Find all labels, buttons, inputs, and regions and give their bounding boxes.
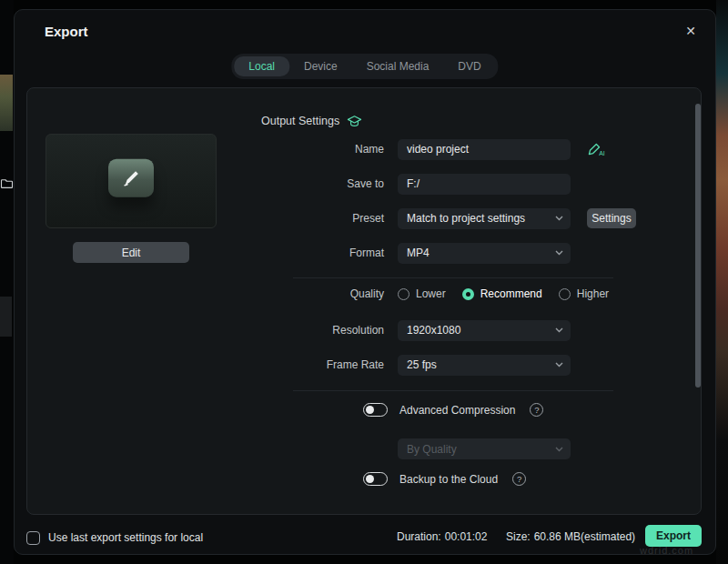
frame-rate-label: Frame Rate [27,358,384,371]
advanced-compression-toggle[interactable] [363,403,388,417]
tab-social-media[interactable]: Social Media [352,56,444,76]
export-button[interactable]: Export [645,525,702,547]
checkbox-icon[interactable] [26,531,40,545]
output-settings-heading: Output Settings [261,114,362,128]
radio-icon [462,288,474,300]
duration-stat: Duration: 00:01:02 [397,530,487,545]
background-app-right-edge [716,0,728,564]
compression-mode-value: By Quality [407,443,457,456]
duration-label: Duration: [397,530,441,545]
format-dropdown[interactable]: MP4 [398,243,571,264]
preset-dropdown[interactable]: Match to project settings [398,208,571,229]
export-target-tabs: Local Device Social Media DVD [231,54,498,79]
chevron-down-icon [555,216,563,221]
preset-settings-button[interactable]: Settings [587,208,636,228]
resolution-value: 1920x1080 [407,324,460,337]
graduation-cap-icon[interactable] [347,115,362,128]
name-label: Name [27,143,384,156]
divider [293,277,613,278]
background-thumbnail [0,75,13,131]
name-input[interactable] [398,139,571,160]
format-row: Format MP4 [27,242,703,264]
chevron-down-icon [555,250,563,256]
close-icon[interactable]: ✕ [681,21,701,41]
quality-radio-higher[interactable]: Higher [559,287,609,300]
name-row: Name AI [27,138,703,160]
chevron-down-icon [555,362,563,368]
quality-label: Quality [27,287,384,300]
output-settings-label: Output Settings [261,115,339,127]
quality-radio-lower[interactable]: Lower [398,287,446,300]
chevron-down-icon [555,327,563,333]
radio-icon [559,288,571,300]
screen: Export ✕ Local Device Social Media DVD E… [0,0,728,564]
export-dialog: Export ✕ Local Device Social Media DVD E… [14,9,716,555]
dialog-title: Export [45,24,88,39]
compression-mode-dropdown[interactable]: By Quality [398,438,571,459]
size-label: Size: [506,530,531,545]
question-icon[interactable]: ? [512,472,526,486]
toggle-knob [366,475,374,483]
tab-dvd[interactable]: DVD [443,56,495,76]
resolution-label: Resolution [27,324,384,337]
quality-row: Quality Lower Recommend Higher [27,283,703,305]
scrollbar-thumb[interactable] [695,104,701,388]
size-value: 60.86 MB(estimated) [534,530,635,545]
frame-rate-row: Frame Rate 25 fps [27,354,703,376]
duration-value: 00:01:02 [445,530,488,545]
resolution-row: Resolution 1920x1080 [27,319,703,341]
format-label: Format [27,247,384,259]
backup-cloud-row: Backup to the Cloud ? [363,472,526,486]
tab-local[interactable]: Local [234,56,289,76]
preset-value: Match to project settings [407,212,525,225]
size-stat: Size: 60.86 MB(estimated) [506,530,635,545]
chevron-down-icon [555,447,563,452]
background-app-left-edge [0,0,14,564]
backup-cloud-toggle[interactable] [363,472,388,486]
ai-rename-icon[interactable]: AI [586,142,605,157]
save-to-input[interactable] [398,174,571,195]
backup-cloud-label: Backup to the Cloud [399,473,498,486]
radio-icon [398,288,410,300]
format-value: MP4 [407,247,430,259]
background-thumbnail [0,297,12,337]
svg-text:AI: AI [599,150,605,156]
tab-device[interactable]: Device [289,56,352,76]
save-to-row: Save to [27,173,703,195]
advanced-compression-label: Advanced Compression [399,404,515,417]
frame-rate-value: 25 fps [407,358,437,371]
resolution-dropdown[interactable]: 1920x1080 [398,320,571,341]
quality-radio-recommend[interactable]: Recommend [462,287,542,300]
preset-label: Preset [27,212,384,225]
frame-rate-dropdown[interactable]: 25 fps [398,355,571,376]
divider [293,390,613,391]
advanced-compression-row: Advanced Compression ? [363,403,543,417]
save-to-label: Save to [27,177,384,190]
use-last-settings-label: Use last export settings for local [48,531,203,544]
folder-browse-icon[interactable] [0,173,14,194]
watermark: wdrid.com [640,545,693,556]
use-last-settings-checkbox-row[interactable]: Use last export settings for local [26,529,203,547]
question-icon[interactable]: ? [530,403,543,417]
toggle-knob [366,406,374,414]
preset-row: Preset Match to project settings Setting… [27,207,703,229]
local-export-panel: Edit Output Settings Name AI [26,87,702,515]
